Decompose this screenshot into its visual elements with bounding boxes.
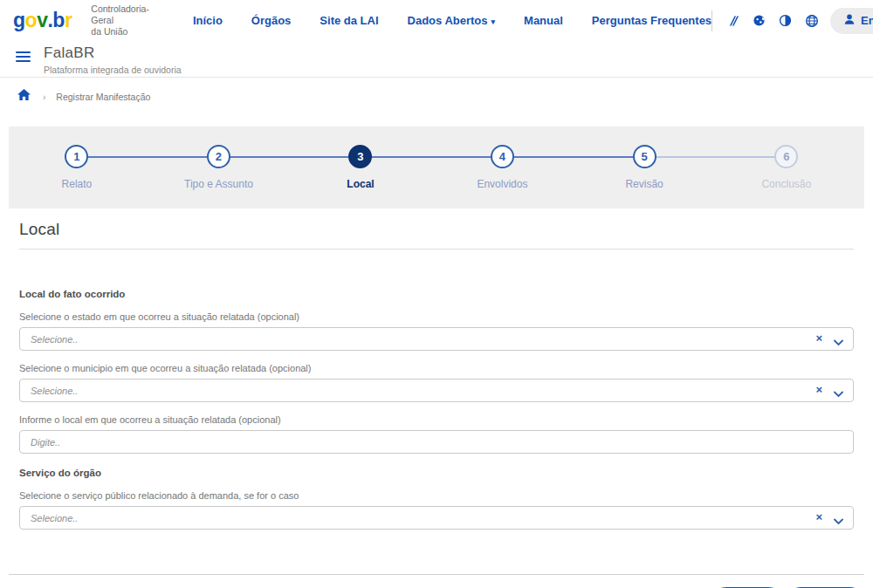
nav-item-label: Dados Abertos <box>408 14 488 27</box>
step-circle[interactable]: 2 <box>207 145 230 168</box>
service-select-input[interactable] <box>19 506 854 530</box>
location-input[interactable] <box>19 430 854 454</box>
accessibility-icon[interactable] <box>725 13 740 28</box>
step-label: Tipo e Assunto <box>157 178 279 190</box>
wizard-step-conclusao: 6 Conclusão <box>725 145 848 190</box>
org-name: Controladoria-Geral da União <box>91 3 149 38</box>
form-section: Local Local do fato ocorrido Selecione o… <box>0 220 873 530</box>
wizard-step-local[interactable]: 3 Local <box>299 145 422 190</box>
govbr-logo[interactable]: g o v . b r <box>13 9 72 32</box>
logo-letter: b <box>52 9 65 32</box>
wizard-step-envolvidos[interactable]: 4 Envolvidos <box>441 145 563 190</box>
app-subtitle: Plataforma integrada de ouvidoria <box>44 65 182 75</box>
user-icon <box>843 13 856 28</box>
header-utilities: Entrar <box>711 8 873 34</box>
logo-letter: v <box>37 9 47 32</box>
step-label: Envolvidos <box>441 178 563 190</box>
chevron-down-icon[interactable] <box>834 334 843 350</box>
govbr-header: g o v . b r Controladoria-Geral da União… <box>0 0 873 41</box>
step-label: Relato <box>16 178 138 190</box>
location-field-label: Informe o local em que ocorreu a situaçã… <box>19 414 854 425</box>
nav-item-perguntas-frequentes[interactable]: Perguntas Frequentes <box>592 14 711 27</box>
footer-actions: Cancelar Voltar Avançar <box>0 575 873 588</box>
clear-icon[interactable]: × <box>815 510 822 524</box>
home-icon[interactable] <box>17 89 31 105</box>
clear-icon[interactable]: × <box>815 332 822 345</box>
page-title: Local <box>19 220 854 239</box>
menu-icon[interactable] <box>16 51 31 65</box>
service-field-label: Selecione o serviço público relacionado … <box>19 490 854 501</box>
nav-item-dados-abertos[interactable]: Dados Abertos▾ <box>408 14 496 27</box>
main-nav: Início Órgãos Site da LAI Dados Abertos▾… <box>193 14 711 27</box>
municipality-select-input[interactable] <box>19 379 854 402</box>
state-select-input[interactable] <box>19 327 854 351</box>
cookie-icon[interactable] <box>752 13 766 28</box>
nav-item-manual[interactable]: Manual <box>524 14 563 27</box>
step-circle[interactable]: 4 <box>491 145 514 168</box>
app-bar: FalaBR Plataforma integrada de ouvidoria <box>0 41 873 78</box>
step-label: Local <box>299 178 422 190</box>
title-divider <box>19 249 854 250</box>
state-select[interactable]: × <box>19 327 854 351</box>
logo-letter: o <box>25 9 38 32</box>
wizard: 1 Relato 2 Tipo e Assunto 3 Local 4 Envo… <box>9 126 864 209</box>
clear-icon[interactable]: × <box>815 383 822 397</box>
wizard-step-relato[interactable]: 1 Relato <box>16 145 138 190</box>
contrast-icon[interactable] <box>778 13 793 28</box>
wizard-step-tipo-e-assunto[interactable]: 2 Tipo e Assunto <box>157 145 279 190</box>
login-button[interactable]: Entrar <box>830 8 873 34</box>
chevron-down-icon[interactable] <box>834 513 843 529</box>
service-select[interactable]: × <box>19 506 854 530</box>
nav-item-orgaos[interactable]: Órgãos <box>251 14 292 27</box>
chevron-down-icon: ▾ <box>491 17 496 26</box>
chevron-right-icon: › <box>43 92 45 102</box>
step-circle[interactable]: 5 <box>633 145 656 168</box>
utilities-divider <box>711 10 712 31</box>
municipality-field-label: Selecione o municipio em que ocorreu a s… <box>19 363 854 373</box>
step-circle[interactable]: 3 <box>348 145 372 168</box>
globe-icon[interactable] <box>804 13 819 28</box>
section-title-local-do-fato: Local do fato ocorrido <box>19 289 854 299</box>
app-title: FalaBR <box>44 44 182 62</box>
step-label: Revisão <box>583 178 705 190</box>
logo-letter: g <box>13 9 25 32</box>
location-input-wrap <box>19 430 854 454</box>
nav-item-inicio[interactable]: Início <box>193 14 223 27</box>
breadcrumb-current: Registrar Manifestação <box>56 92 150 102</box>
state-field-label: Selecione o estado em que ocorreu a situ… <box>19 311 854 322</box>
nav-item-site-da-lai[interactable]: Site da LAI <box>320 14 378 27</box>
breadcrumb: › Registrar Manifestação <box>0 78 873 104</box>
step-label: Conclusão <box>725 178 848 190</box>
municipality-select[interactable]: × <box>19 379 854 402</box>
wizard-step-revisao[interactable]: 5 Revisão <box>583 145 705 190</box>
section-title-servico-do-orgao: Serviço do órgão <box>19 468 854 478</box>
login-button-label: Entrar <box>861 14 873 27</box>
logo-letter: r <box>65 9 72 32</box>
chevron-down-icon[interactable] <box>834 386 843 401</box>
step-circle[interactable]: 1 <box>65 145 88 168</box>
step-circle: 6 <box>774 145 798 168</box>
